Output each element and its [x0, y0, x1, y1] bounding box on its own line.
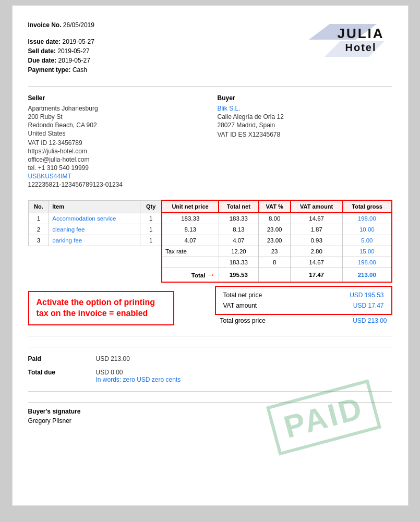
row3-total-net: 4.07 [219, 235, 258, 246]
signature-label: Buyer's signature [28, 408, 392, 415]
tax-row1-total-net: 12.20 [219, 246, 258, 257]
total-label: Total → [162, 268, 219, 283]
paid-row: Paid USD 213.00 [28, 355, 392, 362]
issue-date-line: Issue date: 2019-05-27 [28, 38, 94, 45]
seller-vat: VAT ID 12-3456789 [28, 139, 203, 147]
row3-vat-amount: 0.93 [291, 235, 343, 246]
invoice-number-line: Invoice No. 26/05/2019 [28, 21, 94, 29]
row2-total-net: 8.13 [219, 224, 258, 235]
row3-unit-net: 4.07 [162, 235, 219, 246]
row2-vat-pct: 23.00 [259, 224, 291, 235]
summary-net-row: Total net price USD 195.53 [221, 290, 386, 300]
row1-vat-pct: 8.00 [259, 213, 291, 224]
invoice-page: Invoice No. 26/05/2019 Issue date: 2019-… [12, 5, 409, 506]
summary-gross-row: Total gross price USD 213.00 [215, 317, 392, 324]
row1-total-net: 183.33 [219, 213, 258, 224]
bottom-divider [28, 336, 392, 336]
buyer-col: Buyer Blik S.L. Calle Alegría de Oria 12… [217, 94, 392, 189]
tax-row1-total-gross: 15.00 [343, 246, 392, 257]
total-due-row: Total due USD 0.00 In words: zero USD ze… [28, 369, 392, 383]
tax-row2-vat-pct: 8 [259, 257, 291, 268]
parties-section: Seller Apartments Johanesburg 200 Ruby S… [28, 94, 392, 189]
signature-name: Gregory Pilsner [28, 417, 392, 424]
summary-vat-value: USD 17.47 [308, 300, 386, 311]
seller-email: office@julia-hotel.com [28, 156, 203, 163]
row2-qty: 1 [140, 224, 162, 235]
seller-label: Seller [28, 94, 203, 102]
tax-row2-total-gross: 198.00 [343, 257, 392, 268]
row3-vat-pct: 23.00 [259, 235, 291, 246]
col-item: Item [49, 200, 140, 213]
seller-website: https://julia-hotel.com [28, 148, 203, 155]
payment-type-value: Cash [73, 66, 87, 74]
summary-table: Total net price USD 195.53 VAT amount US… [221, 290, 386, 311]
notice-box: Activate the option of printing tax on t… [28, 291, 174, 325]
total-due-values: USD 0.00 In words: zero USD zero cents [96, 369, 181, 383]
tax-rate-label: Tax rate [162, 246, 219, 257]
total-gross: 213.00 [343, 268, 392, 283]
paid-label: Paid [28, 355, 96, 362]
buyer-address1: Calle Alegría de Oria 12 [217, 113, 392, 120]
col-unit-net: Unit net price [162, 200, 219, 213]
bottom-info-area: Activate the option of printing tax on t… [28, 286, 392, 325]
summary-net-value: USD 195.53 [308, 290, 386, 300]
row1-item: Accommodation service [49, 213, 140, 224]
col-total-net: Total net [219, 200, 258, 213]
due-date-label: Due date: [28, 57, 57, 64]
row1-unit-net: 183.33 [162, 213, 219, 224]
seller-address3: United States [28, 130, 203, 137]
due-date-value: 2019-05-27 [58, 57, 90, 64]
summary-vat-label: VAT amount [221, 300, 308, 311]
row1-no: 1 [28, 213, 49, 224]
summary-highlight-box: Total net price USD 195.53 VAT amount US… [215, 286, 392, 315]
tax-row2-unit [162, 257, 219, 268]
row1-vat-amount: 14.67 [291, 213, 343, 224]
logo-line2: Hotel [330, 42, 392, 54]
logo-area: JULIA Hotel [288, 21, 392, 65]
row2-item: cleaning fee [49, 224, 140, 235]
row3-item: parking fee [49, 235, 140, 246]
total-vat-amount: 17.47 [291, 268, 343, 283]
row3-total-gross: 5.00 [343, 235, 392, 246]
row2-no: 2 [28, 224, 49, 235]
total-net-value: 195.53 [219, 268, 258, 283]
total-due-label: Total due [28, 369, 96, 383]
col-qty: Qty [140, 200, 162, 213]
summary-net-label: Total net price [221, 290, 308, 300]
logo-line1: JULIA [330, 26, 392, 42]
due-date-line: Due date: 2019-05-27 [28, 57, 94, 64]
tax-row2-vat-amount: 14.67 [291, 257, 343, 268]
summary-area: Total net price USD 195.53 VAT amount US… [215, 286, 392, 324]
summary-vat-row: VAT amount USD 17.47 [221, 300, 386, 311]
col-no: No. [28, 200, 49, 213]
buyer-address2: 28027 Madrid, Spain [217, 122, 392, 129]
notice-text: Activate the option of printing tax on t… [37, 297, 166, 319]
buyer-name[interactable]: Blik S.L. [217, 105, 240, 112]
issue-date-label: Issue date: [28, 38, 61, 45]
invoice-number-value: 26/05/2019 [63, 21, 94, 29]
invoice-meta: Invoice No. 26/05/2019 Issue date: 2019-… [28, 21, 94, 76]
col-vat-pct: VAT % [259, 200, 291, 213]
payment-type-label: Payment type: [28, 66, 71, 74]
col-vat-amount: VAT amount [291, 200, 343, 213]
table-row: 1 Accommodation service 1 183.33 183.33 … [28, 213, 392, 224]
tax-row1-vat-amount: 2.80 [291, 246, 343, 257]
invoice-table: No. Item Qty Unit net price Total net VA… [28, 200, 392, 283]
tax-row-2: 183.33 8 14.67 198.00 [28, 257, 392, 268]
tax-row2-total-net: 183.33 [219, 257, 258, 268]
total-due-value: USD 0.00 [96, 369, 181, 376]
row2-unit-net: 8.13 [162, 224, 219, 235]
header-divider [28, 86, 392, 87]
seller-address1: 200 Ruby St [28, 113, 203, 120]
seller-phone: tel. +1 310 540 19999 [28, 164, 203, 172]
issue-date-value: 2019-05-27 [63, 38, 94, 45]
sell-date-label: Sell date: [28, 47, 56, 55]
row1-qty: 1 [140, 213, 162, 224]
row1-total-gross: 198.00 [343, 213, 392, 224]
seller-account: 122235821-123456789123-01234 [28, 181, 203, 188]
signature-divider [28, 391, 392, 392]
seller-name: Apartments Johanesburg [28, 105, 203, 112]
col-total-gross: Total gross [343, 200, 392, 213]
row2-vat-amount: 1.87 [291, 224, 343, 235]
sell-date-value: 2019-05-27 [57, 47, 89, 55]
